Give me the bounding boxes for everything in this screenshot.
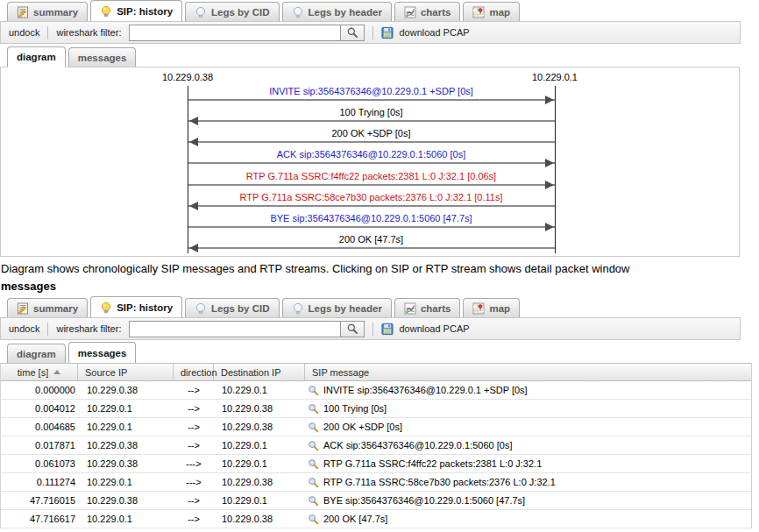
- column-header-label: SIP message: [312, 367, 369, 378]
- magnifier-icon[interactable]: [308, 458, 319, 470]
- search-button[interactable]: [341, 25, 365, 41]
- cell-destination-ip: 10.229.0.38: [214, 400, 305, 417]
- cell-sip-message: RTP G.711a SSRC:f4ffc22 packets:2381 L:0…: [305, 455, 751, 472]
- message-arrow-line: [188, 141, 555, 143]
- caption-line2: messages: [1, 278, 737, 295]
- table-row[interactable]: 0.01787110.229.0.38-->10.229.0.1ACK sip:…: [1, 436, 751, 455]
- download-pcap-button[interactable]: download PCAP: [381, 323, 469, 335]
- message-arrowhead-right: [545, 96, 554, 104]
- diagram-message-label[interactable]: 200 OK +SDP [0s]: [188, 128, 555, 139]
- bulb-off-icon: [195, 302, 207, 315]
- tab-label: Legs by header: [309, 303, 382, 314]
- column-header-sip-message[interactable]: SIP message: [305, 364, 751, 380]
- cell-direction: -->: [174, 510, 214, 528]
- cell-time: 47.716617: [1, 510, 78, 528]
- tab-charts[interactable]: charts: [394, 2, 461, 21]
- table-row[interactable]: 0.00000010.229.0.38-->10.229.0.1INVITE s…: [1, 381, 751, 400]
- column-header-destination-ip[interactable]: Destination IP: [214, 364, 305, 380]
- undock-button[interactable]: undock: [9, 27, 39, 38]
- cell-sip-message: 200 OK [47.7s]: [305, 510, 751, 528]
- table-row[interactable]: 0.00401210.229.0.1-->10.229.0.38100 Tryi…: [1, 400, 751, 418]
- cell-direction: -->: [174, 436, 214, 454]
- message-arrow-line: [188, 226, 555, 228]
- table-row[interactable]: 47.71661710.229.0.1-->10.229.0.38200 OK …: [1, 510, 751, 528]
- diagram-message-label[interactable]: INVITE sip:3564376346@10.229.0.1 +SDP [0…: [188, 86, 555, 97]
- summary-icon: [17, 302, 29, 315]
- diagram-message-label[interactable]: 100 Trying [0s]: [188, 107, 555, 118]
- tab-sip-history[interactable]: SIP: history: [90, 0, 182, 21]
- table-row[interactable]: 0.00468510.229.0.1-->10.229.0.38200 OK +…: [1, 418, 751, 436]
- cell-destination-ip: 10.229.0.1: [214, 455, 305, 472]
- column-header-time[interactable]: time [s]: [1, 364, 78, 380]
- tab-label: charts: [421, 7, 451, 18]
- magnifier-icon[interactable]: [308, 422, 319, 433]
- table-row[interactable]: 47.71601510.229.0.38-->10.229.0.1BYE sip…: [1, 492, 751, 510]
- sip-message-text: 200 OK [47.7s]: [323, 514, 387, 524]
- tab-legs-by-cid[interactable]: Legs by CID: [185, 298, 279, 317]
- download-pcap-button[interactable]: download PCAP: [381, 26, 469, 39]
- column-header-label: Source IP: [85, 367, 127, 378]
- message-arrow-line: [188, 205, 555, 207]
- message-arrowhead-left: [189, 244, 198, 252]
- subtab-messages[interactable]: messages: [68, 47, 137, 67]
- magnifier-icon[interactable]: [308, 403, 319, 415]
- cell-source-ip: 10.229.0.38: [78, 436, 174, 454]
- wireshark-filter-input[interactable]: [129, 321, 341, 337]
- diagram-message-label[interactable]: 200 OK [47.7s]: [188, 234, 555, 245]
- magnifier-icon[interactable]: [308, 440, 319, 451]
- diagram-message-label[interactable]: RTP G.711a SSRC:58ce7b30 packets:2376 L:…: [188, 192, 555, 203]
- tab-label: summary: [33, 303, 78, 314]
- subtab-messages[interactable]: messages: [68, 342, 137, 363]
- cell-direction: -->: [174, 381, 214, 399]
- tab-legs-by-cid[interactable]: Legs by CID: [185, 2, 279, 21]
- tab-sip-history[interactable]: SIP: history: [90, 296, 182, 317]
- tab-legs-by-header[interactable]: Legs by header: [282, 2, 392, 21]
- map-icon: [472, 302, 485, 315]
- cell-direction: -->: [174, 492, 214, 509]
- diagram-message-label[interactable]: RTP G.711a SSRC:f4ffc22 packets:2381 L:0…: [188, 171, 555, 182]
- column-header-label: Destination IP: [221, 367, 280, 378]
- tab-summary[interactable]: summary: [7, 298, 88, 317]
- magnifier-icon[interactable]: [308, 477, 319, 488]
- message-arrowhead-right: [545, 223, 554, 231]
- subtab-label: diagram: [17, 349, 56, 359]
- cell-source-ip: 10.229.0.1: [78, 473, 174, 491]
- view-subtabbar: diagrammessages: [0, 342, 136, 363]
- tab-charts[interactable]: charts: [394, 298, 461, 317]
- table-row[interactable]: 0.11127410.229.0.1--->10.229.0.38RTP G.7…: [1, 473, 751, 492]
- subtab-diagram[interactable]: diagram: [7, 344, 66, 363]
- tab-legs-by-header[interactable]: Legs by header: [282, 298, 392, 317]
- diagram-message-label[interactable]: BYE sip:3564376346@10.229.0.1:5060 [47.7…: [188, 213, 555, 224]
- tab-map[interactable]: map: [463, 2, 520, 21]
- magnifier-icon[interactable]: [308, 514, 319, 525]
- wireshark-filter-input[interactable]: [129, 25, 341, 41]
- undock-button[interactable]: undock: [9, 323, 39, 334]
- subtab-diagram[interactable]: diagram: [7, 46, 66, 67]
- lifeline-right: [555, 86, 556, 253]
- table-row[interactable]: 0.06107310.229.0.38--->10.229.0.1RTP G.7…: [1, 455, 751, 473]
- column-header-source-ip[interactable]: Source IP: [78, 364, 174, 380]
- tab-summary[interactable]: summary: [7, 2, 88, 21]
- cell-direction: --->: [174, 473, 214, 491]
- subtab-label: diagram: [17, 52, 56, 62]
- cell-sip-message: BYE sip:3564376346@10.229.0.1:5060 [47.7…: [305, 492, 751, 509]
- cell-source-ip: 10.229.0.1: [78, 510, 174, 528]
- cell-destination-ip: 10.229.0.1: [214, 381, 305, 399]
- caption-line1: Diagram shows chronologically SIP messag…: [1, 260, 737, 278]
- filter-input-group: [129, 25, 365, 41]
- caption: Diagram shows chronologically SIP messag…: [1, 260, 737, 295]
- message-arrow-line: [188, 120, 555, 122]
- host-label-right: 10.229.0.1: [489, 72, 621, 82]
- cell-sip-message: ACK sip:3564376346@10.229.0.1:5060 [0s]: [305, 436, 751, 454]
- sip-message-text: RTP G.711a SSRC:f4ffc22 packets:2381 L:0…: [323, 458, 542, 469]
- column-header-direction[interactable]: direction: [174, 364, 214, 380]
- cell-destination-ip: 10.229.0.38: [214, 418, 305, 436]
- tab-label: Legs by header: [309, 7, 382, 18]
- search-icon: [346, 26, 358, 39]
- search-button[interactable]: [341, 321, 365, 337]
- column-header-label: direction: [181, 367, 217, 378]
- diagram-message-label[interactable]: ACK sip:3564376346@10.229.0.1:5060 [0s]: [188, 149, 555, 160]
- magnifier-icon[interactable]: [308, 385, 319, 396]
- tab-map[interactable]: map: [463, 298, 520, 317]
- magnifier-icon[interactable]: [308, 495, 319, 507]
